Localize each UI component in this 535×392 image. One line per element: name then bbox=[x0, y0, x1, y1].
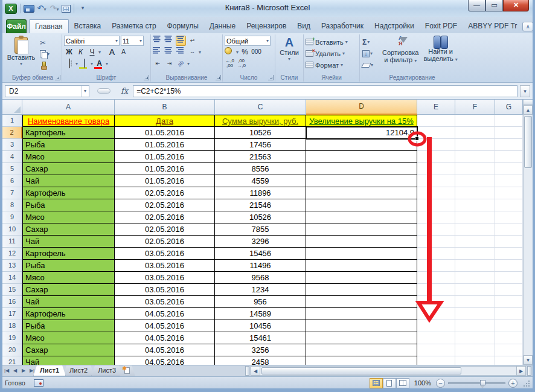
row-header-20[interactable]: 20 bbox=[2, 344, 22, 356]
header-cell[interactable]: Наименование товара bbox=[22, 115, 115, 127]
cell-A3[interactable]: Рыба bbox=[22, 139, 115, 151]
sort-filter-button[interactable]: А Я Сортировка и фильтр ▾ bbox=[380, 36, 421, 70]
row-header-10[interactable]: 10 bbox=[2, 223, 22, 236]
cell-B4[interactable]: 01.05.2016 bbox=[115, 151, 215, 163]
ribbon-tab-9[interactable]: Надстройки bbox=[369, 19, 420, 33]
cell-G9[interactable] bbox=[495, 211, 523, 223]
name-box[interactable]: D2▾ bbox=[5, 85, 89, 97]
cell-A5[interactable]: Сахар bbox=[22, 163, 115, 175]
cell-D6[interactable] bbox=[306, 175, 417, 187]
tab-splitter[interactable] bbox=[527, 366, 531, 376]
cell-B14[interactable]: 03.05.2016 bbox=[115, 272, 215, 284]
cell-D8[interactable] bbox=[306, 199, 417, 211]
cell-E12[interactable] bbox=[417, 248, 455, 260]
row-header-15[interactable]: 15 bbox=[2, 284, 22, 296]
cell-G7[interactable] bbox=[495, 187, 523, 199]
cell-G5[interactable] bbox=[495, 163, 523, 175]
cell-E7[interactable] bbox=[417, 187, 455, 199]
cell-D11[interactable] bbox=[306, 236, 417, 248]
cell-D21[interactable] bbox=[306, 356, 417, 365]
cell-A8[interactable]: Рыба bbox=[22, 199, 115, 211]
cell-A18[interactable]: Рыба bbox=[22, 320, 115, 332]
cell-C3[interactable]: 17456 bbox=[215, 139, 306, 151]
cell-E9[interactable] bbox=[417, 211, 455, 223]
horizontal-scrollbar[interactable]: ◀ ▶ bbox=[251, 366, 526, 376]
cell-C4[interactable]: 21563 bbox=[215, 151, 306, 163]
cell-E14[interactable] bbox=[417, 272, 455, 284]
delete-cells-button[interactable]: × Удалить▾ bbox=[306, 48, 357, 59]
row-header-16[interactable]: 16 bbox=[2, 296, 22, 308]
cell-E3[interactable] bbox=[417, 139, 455, 151]
cell-E4[interactable] bbox=[417, 151, 455, 163]
increase-indent-icon[interactable]: ⇥ bbox=[164, 59, 175, 69]
cell-E5[interactable] bbox=[417, 163, 455, 175]
cell-F2[interactable] bbox=[455, 127, 495, 139]
maximize-button[interactable]: ▭ bbox=[485, 0, 503, 11]
chevron-down-icon[interactable]: ▾ bbox=[81, 86, 89, 97]
align-icon[interactable] bbox=[164, 36, 175, 46]
cell-G18[interactable] bbox=[495, 320, 523, 332]
close-button[interactable]: ✕ bbox=[503, 0, 529, 11]
autosum-button[interactable]: Σ▾ bbox=[362, 37, 380, 47]
insert-function-button[interactable]: fx bbox=[118, 86, 130, 95]
excel-logo-icon[interactable]: X bbox=[5, 4, 17, 14]
formula-input[interactable]: =C2+C2*15% bbox=[133, 85, 517, 97]
cell-E10[interactable] bbox=[417, 223, 455, 236]
cell-D7[interactable] bbox=[306, 187, 417, 199]
cell-C13[interactable]: 11496 bbox=[215, 260, 306, 272]
cell-B2[interactable]: 01.05.2016 bbox=[115, 127, 215, 139]
cell-A7[interactable]: Картофель bbox=[22, 187, 115, 199]
cell-G21[interactable] bbox=[495, 356, 523, 365]
normal-view-button[interactable] bbox=[370, 378, 383, 388]
cell-G2[interactable] bbox=[495, 127, 523, 139]
minimize-button[interactable]: — bbox=[468, 0, 485, 11]
cell-D15[interactable] bbox=[306, 284, 417, 296]
increase-decimal-button[interactable]: ←,0,00 bbox=[225, 59, 235, 69]
clipboard-dialog-launcher-icon[interactable] bbox=[55, 75, 60, 80]
align-icon[interactable] bbox=[176, 47, 186, 57]
shrink-font-button[interactable]: А bbox=[118, 47, 129, 57]
cell-C20[interactable]: 3256 bbox=[215, 344, 306, 356]
cell-G11[interactable] bbox=[495, 236, 523, 248]
orientation-icon[interactable]: ab bbox=[174, 57, 188, 71]
cell-C9[interactable]: 10526 bbox=[215, 211, 306, 223]
scroll-left-icon[interactable]: ◀ bbox=[251, 366, 260, 376]
cell-D16[interactable] bbox=[306, 296, 417, 308]
cell-A16[interactable]: Чай bbox=[22, 296, 115, 308]
cell-D20[interactable] bbox=[306, 344, 417, 356]
cell-A6[interactable]: Чай bbox=[22, 175, 115, 187]
column-header-C[interactable]: C bbox=[215, 100, 306, 115]
cell-E6[interactable] bbox=[417, 175, 455, 187]
styles-button[interactable]: А Стили ▾ bbox=[277, 36, 301, 62]
cell-F19[interactable] bbox=[455, 332, 495, 344]
row-header-21[interactable]: 21 bbox=[2, 356, 22, 365]
decrease-decimal-button[interactable]: ,00→,0 bbox=[236, 59, 246, 69]
scroll-right-icon[interactable]: ▶ bbox=[516, 366, 526, 376]
customize-qat-icon[interactable]: ▾ bbox=[77, 3, 88, 14]
find-select-button[interactable]: Найти и выделить ▾ bbox=[421, 36, 460, 70]
column-header-B[interactable]: B bbox=[115, 100, 215, 115]
cell-F14[interactable] bbox=[455, 272, 495, 284]
number-dialog-launcher-icon[interactable] bbox=[268, 75, 274, 80]
underline-button[interactable]: Ч bbox=[87, 47, 97, 57]
cell-C15[interactable]: 1234 bbox=[215, 284, 306, 296]
cell-D19[interactable] bbox=[306, 332, 417, 344]
row-header-1[interactable]: 1 bbox=[2, 115, 22, 127]
cell[interactable] bbox=[455, 115, 495, 127]
row-header-14[interactable]: 14 bbox=[2, 272, 22, 284]
column-header-G[interactable]: G bbox=[495, 100, 523, 115]
first-sheet-icon[interactable]: |◀ bbox=[2, 365, 11, 376]
cell-E20[interactable] bbox=[417, 344, 455, 356]
ribbon-tab-7[interactable]: Вид bbox=[292, 19, 316, 33]
cell-F7[interactable] bbox=[455, 187, 495, 199]
italic-button[interactable]: К bbox=[75, 47, 86, 57]
cell-D12[interactable] bbox=[306, 248, 417, 260]
ribbon-tab-1[interactable]: Главная bbox=[29, 19, 69, 33]
column-header-D[interactable]: D bbox=[306, 100, 417, 115]
row-header-2[interactable]: 2 bbox=[2, 127, 22, 139]
cell-B18[interactable]: 04.05.2016 bbox=[115, 320, 215, 332]
datasheet-icon[interactable] bbox=[62, 5, 71, 13]
cell-C17[interactable]: 14589 bbox=[215, 308, 306, 320]
row-header-18[interactable]: 18 bbox=[2, 320, 22, 332]
cell-E2[interactable] bbox=[417, 127, 455, 139]
